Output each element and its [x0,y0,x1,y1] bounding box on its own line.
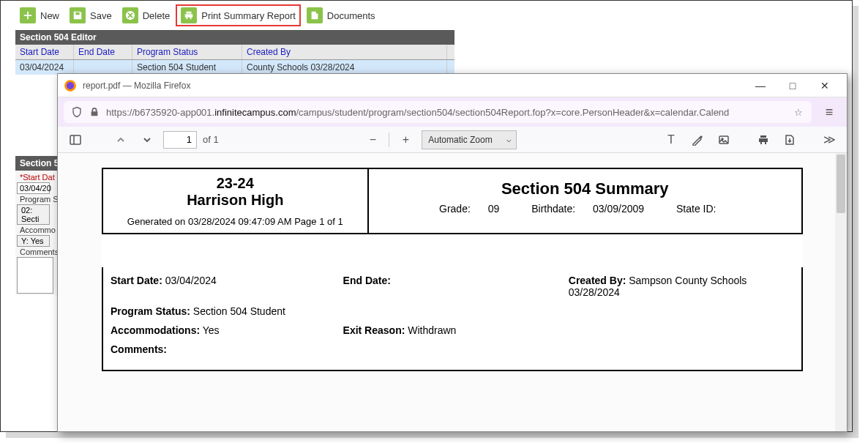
report-year: 23-24 [109,175,362,192]
col-created-by[interactable]: Created By [242,45,447,59]
report-meta: Grade: 09 Birthdate: 03/09/2009 State ID… [375,203,796,215]
url-bar-row: https://b6735920-app001.infinitecampus.c… [58,97,847,127]
hamburger-menu[interactable]: ≡ [818,100,841,124]
prev-page-icon[interactable] [111,130,131,150]
url-bar[interactable]: https://b6735920-app001.infinitecampus.c… [64,101,812,123]
delete-button[interactable]: Delete [118,5,175,26]
window-title: report.pdf — Mozilla Firefox [83,81,744,91]
report-school: Harrison High [109,192,362,209]
editor-row[interactable]: 03/04/2024 Section 504 Student County Sc… [15,60,454,75]
firefox-icon [64,79,77,92]
draw-tool-icon[interactable] [687,130,708,150]
image-tool-icon[interactable] [714,130,734,150]
pdf-report-page: 23-24 Harrison High Generated on 03/28/2… [102,168,803,371]
new-button[interactable]: New [15,5,64,26]
start-date-input[interactable]: 03/04/20 [17,182,50,194]
delete-icon [122,7,138,23]
tools-menu-icon[interactable]: ≫ [819,130,839,150]
print-label: Print Summary Report [201,10,296,21]
report-accommodations: Accommodations: Yes [111,324,343,336]
comments-textarea[interactable] [17,257,53,294]
report-start-date: Start Date: 03/04/2024 [111,275,343,298]
pdf-popup-window: report.pdf — Mozilla Firefox — □ ✕ https… [57,73,848,432]
maximize-button[interactable]: □ [777,75,809,96]
report-comments: Comments: [111,343,167,355]
svg-rect-3 [70,135,81,144]
download-icon[interactable] [779,130,800,150]
star-icon[interactable]: ☆ [793,106,804,118]
zoom-out-icon[interactable]: − [362,130,383,150]
col-start-date[interactable]: Start Date [15,45,74,59]
scrollbar-thumb[interactable] [837,155,845,213]
zoom-in-icon[interactable]: + [395,130,416,150]
plus-icon [20,7,36,23]
shield-icon [71,106,83,118]
documents-label: Documents [327,10,375,21]
cell-end-date [74,60,132,75]
new-label: New [40,10,59,21]
print-summary-button[interactable]: Print Summary Report [176,4,301,26]
documents-icon [307,7,323,23]
documents-button[interactable]: Documents [302,5,380,26]
report-program-status: Program Status: Section 504 Student [111,305,794,317]
main-toolbar: New Save Delete Print Summary Report Doc… [1,1,852,30]
program-status-select[interactable]: 02: Secti [17,204,50,225]
col-end-date[interactable]: End Date [74,45,132,59]
save-icon [70,7,86,23]
url-text: https://b6735920-app001.infinitecampus.c… [106,107,729,118]
sidebar-toggle-icon[interactable] [65,130,86,150]
svg-point-2 [67,81,74,89]
save-label: Save [90,10,112,21]
delete-label: Delete [143,10,171,21]
close-button[interactable]: ✕ [809,75,841,96]
zoom-select[interactable]: Automatic Zoom [422,130,517,149]
pdf-viewport[interactable]: 23-24 Harrison High Generated on 03/28/2… [58,153,847,431]
col-program-status[interactable]: Program Status [132,45,242,59]
report-generated: Generated on 03/28/2024 09:47:09 AM Page… [109,216,362,227]
report-exit-reason: Exit Reason: Withdrawn [343,324,794,336]
cell-program-status: Section 504 Student [132,60,242,75]
next-page-icon[interactable] [137,130,157,150]
pdf-toolbar: of 1 − + Automatic Zoom T ≫ [58,127,847,153]
accommodations-select[interactable]: Y: Yes [17,235,50,247]
page-of-label: of 1 [203,134,219,145]
print-icon [181,7,197,23]
lock-icon [89,106,100,118]
editor-header-row: Start Date End Date Program Status Creat… [15,45,454,60]
editor-title: Section 504 Editor [15,30,454,45]
save-button[interactable]: Save [65,5,116,26]
page-number-input[interactable] [163,131,197,149]
vertical-scrollbar[interactable] [835,153,847,431]
cell-start-date: 03/04/2024 [15,60,74,75]
print-pdf-icon[interactable] [753,130,774,150]
text-tool-icon[interactable]: T [661,130,681,150]
cell-created-by: County Schools 03/28/2024 [242,60,447,75]
window-titlebar[interactable]: report.pdf — Mozilla Firefox — □ ✕ [58,74,847,97]
report-created-by: Created By: Sampson County Schools 03/28… [569,275,794,298]
report-end-date: End Date: [343,275,569,298]
minimize-button[interactable]: — [744,75,777,96]
report-title: Section 504 Summary [375,179,796,198]
